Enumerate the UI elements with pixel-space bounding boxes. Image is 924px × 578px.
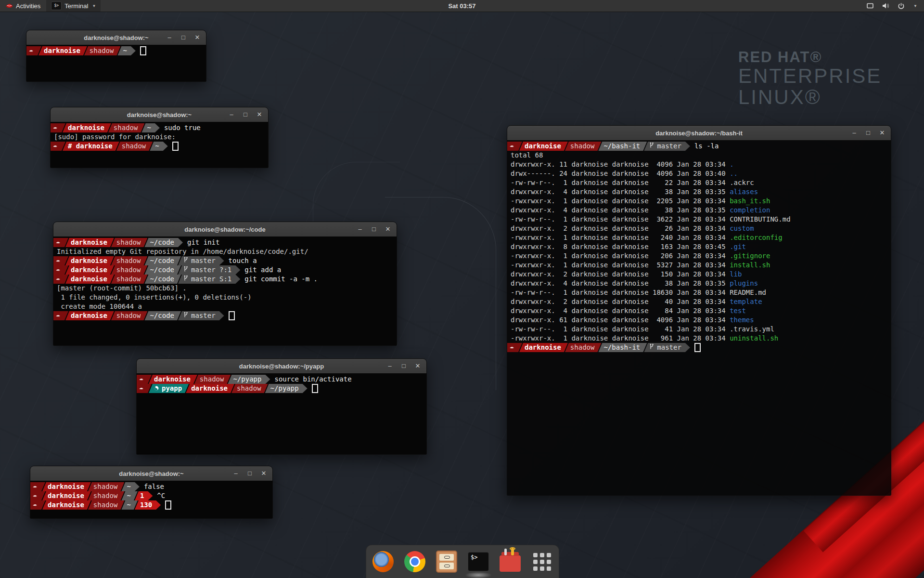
segment-text: master bbox=[191, 311, 216, 320]
file-listing-row: drwxrwxr-x. 2 darknoise darknoise 40 Jan… bbox=[507, 297, 730, 306]
dock-item-toolbox[interactable] bbox=[499, 551, 521, 573]
minimize-button[interactable]: – bbox=[233, 466, 239, 481]
window-controls: –□✕ bbox=[233, 466, 272, 481]
redhat-prompt-icon bbox=[55, 311, 61, 320]
prompt-segment-host: shadow bbox=[194, 375, 231, 384]
terminal-content[interactable]: darknoiseshadow~/pyappsource bin/activat… bbox=[137, 373, 426, 454]
prompt-segment-host: shadow bbox=[116, 142, 153, 151]
file-listing-row: drwxrwxr-x. 2 darknoise darknoise 26 Jan… bbox=[507, 224, 730, 233]
prompt-segment-user: darknoise bbox=[65, 265, 114, 275]
maximize-button[interactable]: □ bbox=[247, 466, 253, 481]
window-titlebar[interactable]: darknoise@shadow:~/bash-it–□✕ bbox=[507, 126, 891, 141]
file-listing-row: drwxrwxr-x. 4 darknoise darknoise 84 Jan… bbox=[507, 306, 730, 315]
window-titlebar[interactable]: darknoise@shadow:~–□✕ bbox=[26, 30, 206, 45]
file-name: .editorconfig bbox=[730, 233, 783, 242]
segment-text: darknoise bbox=[71, 275, 107, 284]
segment-text: darknoise bbox=[154, 375, 191, 384]
terminal-line: 1 file changed, 0 insertions(+), 0 delet… bbox=[53, 293, 397, 302]
terminal-line: darknoiseshadow~sudo true bbox=[51, 123, 268, 132]
prompt-segment-user: darknoise bbox=[65, 238, 114, 247]
close-button[interactable]: ✕ bbox=[415, 359, 421, 373]
segment-text: shadow bbox=[200, 375, 224, 384]
desktop: { "topbar": { "activities": "Activities"… bbox=[0, 0, 924, 578]
segment-text: shadow bbox=[570, 343, 595, 352]
terminal-line: drwx------. 24 darknoise darknoise 4096 … bbox=[507, 169, 891, 178]
segment-text: ~/code bbox=[150, 256, 174, 265]
system-status-area[interactable]: ▼ bbox=[866, 0, 924, 12]
redhat-prompt-icon bbox=[55, 256, 61, 265]
app-grid-dot bbox=[533, 553, 538, 557]
segment-text: master bbox=[191, 256, 216, 265]
git-branch-icon bbox=[183, 311, 188, 320]
file-listing-row: drwxrwxr-x. 8 darknoise darknoise 163 Ja… bbox=[507, 242, 730, 251]
close-button[interactable]: ✕ bbox=[257, 107, 262, 122]
minimize-button[interactable]: – bbox=[229, 107, 234, 122]
dock-item-terminal[interactable]: $> bbox=[467, 551, 489, 573]
segment-text: 1 bbox=[140, 491, 144, 500]
redhat-prompt-icon bbox=[139, 375, 144, 384]
maximize-button[interactable]: □ bbox=[243, 107, 248, 122]
segment-text: darknoise bbox=[191, 384, 228, 393]
terminal-line: drwxrwxr-x. 4 darknoise darknoise 38 Jan… bbox=[507, 206, 891, 215]
prompt-segment-host: shadow bbox=[111, 265, 148, 275]
segment-text: ~ bbox=[123, 46, 127, 55]
minimize-button[interactable]: – bbox=[357, 222, 363, 236]
dock-item-app-grid[interactable] bbox=[531, 551, 553, 573]
window-titlebar[interactable]: darknoise@shadow:~–□✕ bbox=[51, 107, 268, 122]
window-titlebar[interactable]: darknoise@shadow:~/code–□✕ bbox=[53, 222, 397, 237]
terminal-content[interactable]: darknoiseshadow~sudo true[sudo] password… bbox=[51, 122, 268, 168]
clock[interactable]: Sat 03:57 bbox=[0, 2, 924, 10]
file-name: themes bbox=[730, 315, 754, 325]
segment-text: darknoise bbox=[525, 142, 561, 151]
file-name: .git bbox=[730, 242, 746, 251]
file-name: README.md bbox=[730, 288, 766, 297]
command-text: ls -la bbox=[694, 142, 719, 151]
close-button[interactable]: ✕ bbox=[879, 126, 885, 140]
command-text: touch a bbox=[229, 256, 257, 265]
minimize-button[interactable]: – bbox=[851, 126, 857, 140]
app-menu-terminal[interactable]: $> Terminal ▼ bbox=[46, 0, 101, 12]
prompt-segment-exit-code: 1 bbox=[135, 491, 153, 500]
prompt-segment-host: shadow bbox=[84, 46, 121, 55]
file-listing-row: -rwxrwxr-x. 1 darknoise darknoise 5327 J… bbox=[507, 261, 730, 270]
terminal-content[interactable]: darknoiseshadow~/bash-itmasterls -latota… bbox=[507, 140, 891, 495]
maximize-button[interactable]: □ bbox=[865, 126, 871, 140]
prompt-segment-path: ~/code bbox=[144, 238, 183, 247]
window-title: darknoise@shadow:~/bash-it bbox=[507, 130, 891, 137]
close-button[interactable]: ✕ bbox=[385, 222, 391, 236]
terminal-line: darknoiseshadow~/bash-itmaster bbox=[507, 343, 891, 352]
terminal-line: drwxrwxr-x. 61 darknoise darknoise 4096 … bbox=[507, 315, 891, 325]
dock-item-firefox[interactable] bbox=[372, 551, 394, 573]
close-button[interactable]: ✕ bbox=[261, 466, 267, 481]
close-button[interactable]: ✕ bbox=[194, 30, 200, 45]
terminal-line: -rw-rw-r--. 1 darknoise darknoise 22 Jan… bbox=[507, 178, 891, 187]
wrench-icon bbox=[511, 548, 514, 555]
app-grid-dot bbox=[540, 553, 544, 557]
file-name: uninstall.sh bbox=[730, 334, 778, 343]
maximize-button[interactable]: □ bbox=[371, 222, 377, 236]
activities-button[interactable]: Activities bbox=[0, 0, 46, 12]
file-name: .. bbox=[730, 169, 738, 178]
terminal-line: drwxrwxr-x. 11 darknoise darknoise 4096 … bbox=[507, 160, 891, 169]
segment-text: darknoise bbox=[44, 46, 80, 55]
redhat-prompt-icon bbox=[55, 265, 61, 275]
maximize-button[interactable]: □ bbox=[180, 30, 186, 45]
dock-item-files[interactable] bbox=[436, 551, 458, 573]
minimize-button[interactable]: – bbox=[167, 30, 172, 45]
terminal-line: [master (root-commit) 50bcb63] . bbox=[53, 284, 397, 293]
window-titlebar[interactable]: darknoise@shadow:~–□✕ bbox=[30, 466, 272, 481]
terminal-content[interactable]: darknoiseshadow~falsedarknoiseshadow~1^C… bbox=[30, 481, 272, 518]
segment-text: darknoise bbox=[71, 311, 107, 320]
prompt-segment-user: darknoise bbox=[65, 311, 114, 320]
terminal-content[interactable]: darknoiseshadow~/codegit initInitialized… bbox=[53, 236, 397, 345]
prompt-segment-user: darknoise bbox=[519, 343, 568, 352]
terminal-content[interactable]: darknoiseshadow~ bbox=[26, 45, 206, 81]
prompt-segment-path: ~/code bbox=[144, 311, 181, 320]
window-titlebar[interactable]: darknoise@shadow:~/pyapp–□✕ bbox=[137, 359, 426, 374]
minimize-button[interactable]: – bbox=[387, 359, 393, 373]
segment-text: darknoise bbox=[48, 482, 84, 491]
dock-item-chrome[interactable] bbox=[404, 551, 426, 573]
terminal-cursor bbox=[694, 343, 701, 352]
terminal-line: -rwxrwxr-x. 1 darknoise darknoise 240 Ja… bbox=[507, 233, 891, 242]
maximize-button[interactable]: □ bbox=[401, 359, 407, 373]
